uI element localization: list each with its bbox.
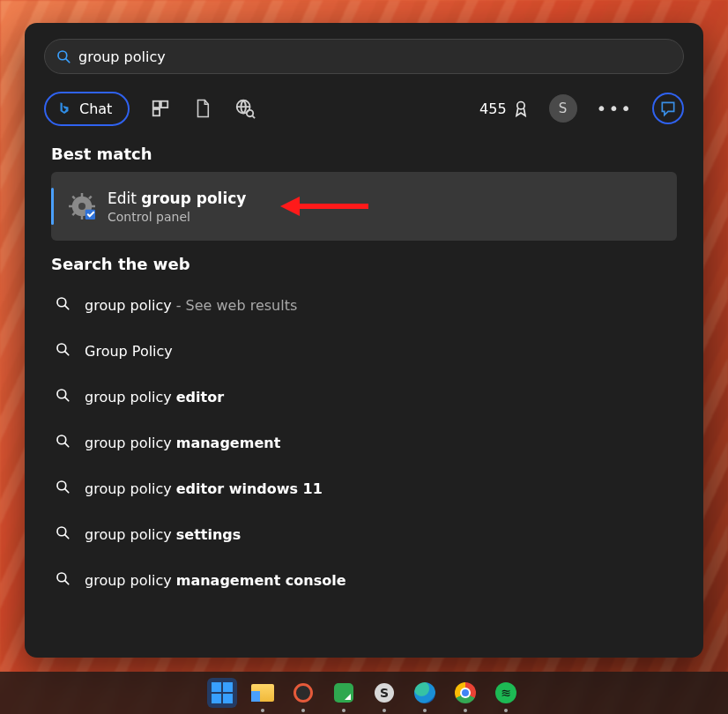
search-icon [55, 341, 71, 361]
web-result-6[interactable]: group policy management console [41, 557, 687, 603]
search-web-header: Search the web [51, 255, 677, 273]
web-result-0[interactable]: group policy - See web results [41, 282, 687, 328]
svg-point-10 [78, 203, 85, 210]
search-icon [55, 570, 71, 590]
svg-line-27 [65, 398, 69, 401]
rewards-icon [512, 100, 530, 117]
chat-label: Chat [79, 100, 112, 117]
web-result-text: group policy management [85, 435, 280, 451]
folder-icon [251, 684, 274, 702]
search-icon [55, 295, 71, 315]
web-result-text: group policy - See web results [85, 297, 297, 314]
web-result-text: Group Policy [85, 343, 173, 360]
web-result-2[interactable]: group policy editor [41, 374, 687, 420]
svg-marker-21 [280, 197, 300, 216]
web-results-list: group policy - See web resultsGroup Poli… [41, 282, 687, 603]
annotation-arrow [280, 193, 368, 219]
search-box[interactable] [44, 39, 684, 74]
best-match-text: Edit group policy Control panel [108, 190, 246, 224]
bing-chat-button[interactable] [652, 93, 684, 124]
svg-rect-12 [81, 215, 84, 219]
best-title-prefix: Edit [108, 190, 141, 207]
start-search-panel: Chat 455 S ••• [25, 23, 703, 658]
start-button[interactable] [207, 678, 237, 708]
search-icon [55, 479, 71, 498]
more-icon[interactable]: ••• [597, 98, 633, 119]
green-app-icon [334, 683, 353, 703]
svg-rect-2 [153, 101, 160, 108]
windows-icon [212, 682, 233, 703]
edge-icon [414, 682, 435, 703]
s-icon: S [375, 683, 394, 703]
svg-line-1 [66, 59, 70, 63]
search-icon [56, 48, 71, 64]
svg-rect-14 [91, 205, 95, 208]
best-subtitle: Control panel [108, 210, 246, 224]
taskbar-app-3[interactable] [288, 678, 318, 708]
svg-point-6 [247, 110, 253, 116]
web-result-text: group policy editor [85, 389, 224, 405]
bing-icon [56, 100, 72, 116]
taskbar: S [0, 672, 728, 714]
web-result-3[interactable]: group policy management [41, 420, 687, 465]
svg-line-31 [65, 489, 69, 493]
taskbar-app-4[interactable] [329, 678, 359, 708]
svg-line-35 [65, 581, 69, 584]
edge-app[interactable] [410, 678, 440, 708]
chat-bubble-icon [659, 100, 677, 117]
apps-filter-icon[interactable] [149, 97, 172, 120]
best-match-result[interactable]: Edit group policy Control panel [51, 172, 677, 241]
spotify-icon [495, 682, 516, 703]
web-filter-icon[interactable] [234, 97, 256, 120]
chrome-icon [455, 682, 476, 703]
search-input[interactable] [78, 48, 672, 65]
documents-filter-icon[interactable] [191, 97, 214, 120]
search-icon [55, 433, 71, 452]
search-icon [55, 524, 71, 544]
web-result-text: group policy editor windows 11 [85, 480, 323, 497]
web-result-text: group policy settings [85, 526, 241, 543]
best-title-bold: group policy [141, 190, 246, 207]
gear-icon [69, 193, 95, 219]
spotify-app[interactable] [491, 678, 521, 708]
svg-rect-15 [71, 196, 75, 199]
filter-row: Chat 455 S ••• [44, 86, 684, 130]
svg-rect-3 [161, 101, 167, 108]
web-result-4[interactable]: group policy editor windows 11 [41, 465, 687, 511]
user-avatar[interactable]: S [549, 94, 577, 123]
svg-line-25 [65, 352, 69, 355]
web-result-1[interactable]: Group Policy [41, 328, 687, 374]
svg-point-8 [516, 102, 524, 109]
taskbar-app-5[interactable]: S [369, 678, 399, 708]
svg-rect-13 [69, 205, 73, 208]
web-result-5[interactable]: group policy settings [41, 511, 687, 557]
ring-icon [293, 683, 313, 703]
svg-line-23 [65, 306, 69, 309]
svg-rect-4 [153, 109, 160, 115]
svg-line-29 [65, 443, 69, 447]
best-match-header: Best match [51, 145, 677, 163]
search-icon [55, 387, 71, 406]
chrome-app[interactable] [450, 678, 480, 708]
web-result-text: group policy management console [85, 572, 346, 589]
rewards-points[interactable]: 455 [479, 100, 530, 117]
svg-line-33 [65, 535, 69, 539]
chat-filter[interactable]: Chat [44, 92, 130, 126]
points-value: 455 [479, 100, 507, 117]
avatar-initial: S [559, 100, 568, 116]
file-explorer-app[interactable] [248, 678, 278, 708]
svg-rect-11 [81, 193, 84, 197]
svg-rect-17 [88, 196, 92, 199]
svg-line-7 [253, 115, 256, 118]
